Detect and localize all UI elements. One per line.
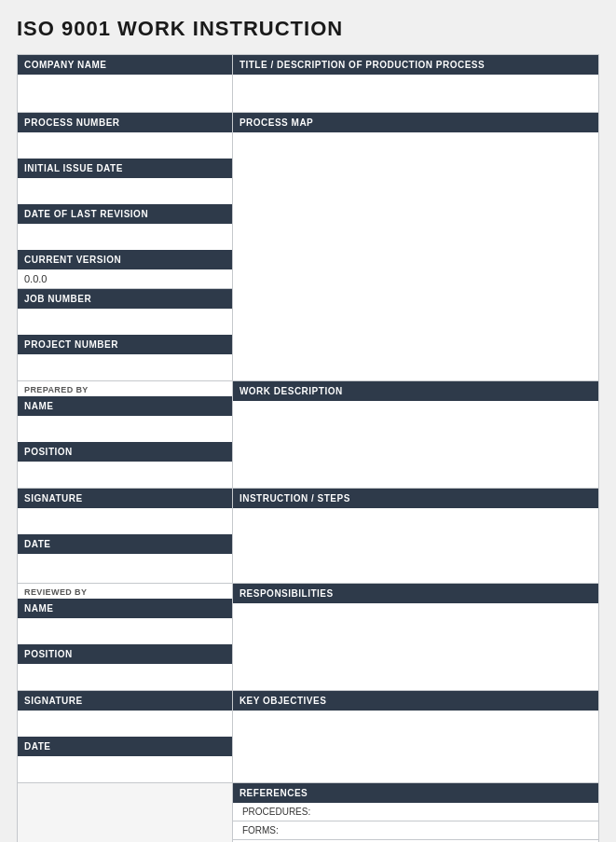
process-map-value[interactable]: [233, 132, 598, 283]
name-value[interactable]: [18, 416, 232, 442]
ref-forms[interactable]: FORMS:: [233, 821, 598, 840]
date-value2[interactable]: [18, 756, 232, 782]
page-title: ISO 9001 WORK INSTRUCTION: [17, 17, 599, 41]
company-name-value[interactable]: [18, 75, 232, 112]
current-version-header: CURRENT VERSION: [18, 250, 232, 269]
instruction-steps-header: INSTRUCTION / STEPS: [233, 489, 598, 508]
work-description-header: WORK DESCRIPTION: [233, 381, 598, 401]
initial-issue-date-header: INITIAL ISSUE DATE: [18, 159, 232, 178]
position-value2[interactable]: [18, 664, 232, 690]
position-header2: POSITION: [18, 644, 232, 664]
work-description-value[interactable]: [233, 401, 598, 476]
responsibilities-header: RESPONSIBILITIES: [233, 584, 598, 603]
responsibilities-value[interactable]: [233, 603, 598, 642]
process-map-header: PROCESS MAP: [233, 113, 598, 132]
date-last-revision-header: DATE OF LAST REVISION: [18, 204, 232, 224]
signature-value2[interactable]: [18, 711, 232, 737]
signature-value[interactable]: [18, 508, 232, 534]
name-header: NAME: [18, 396, 232, 416]
date-value[interactable]: [18, 554, 232, 580]
references-header: REFERENCES: [233, 783, 598, 803]
prepared-by-label: PREPARED BY: [18, 381, 232, 396]
job-number-header: JOB NUMBER: [18, 289, 232, 309]
job-number-value[interactable]: [18, 309, 232, 335]
position-header: POSITION: [18, 442, 232, 462]
initial-issue-date-value[interactable]: [18, 178, 232, 204]
project-number-value[interactable]: [18, 354, 232, 380]
signature-header: SIGNATURE: [18, 489, 232, 508]
company-name-header: COMPANY NAME: [18, 55, 232, 75]
name-value2[interactable]: [18, 618, 232, 644]
instruction-steps-value[interactable]: [233, 508, 598, 583]
process-number-header: PROCESS NUMBER: [18, 113, 232, 132]
reviewed-by-label: REVIEWED BY: [18, 584, 232, 599]
date-last-revision-value[interactable]: [18, 224, 232, 250]
title-desc-value[interactable]: [233, 75, 598, 112]
date-header: DATE: [18, 534, 232, 554]
process-number-value[interactable]: [18, 132, 232, 159]
position-value[interactable]: [18, 462, 232, 488]
project-number-header: PROJECT NUMBER: [18, 335, 232, 354]
key-objectives-value[interactable]: [233, 711, 598, 750]
current-version-value[interactable]: 0.0.0: [18, 269, 232, 288]
name-header2: NAME: [18, 599, 232, 618]
key-objectives-header: KEY OBJECTIVES: [233, 691, 598, 711]
signature-header2: SIGNATURE: [18, 691, 232, 711]
date-header2: DATE: [18, 737, 232, 756]
references-list: PROCEDURES: FORMS: STANDARDS: DRAWINGS: …: [233, 803, 598, 842]
ref-procedures[interactable]: PROCEDURES:: [233, 803, 598, 821]
title-desc-header: TITLE / DESCRIPTION OF PRODUCTION PROCES…: [233, 55, 598, 75]
